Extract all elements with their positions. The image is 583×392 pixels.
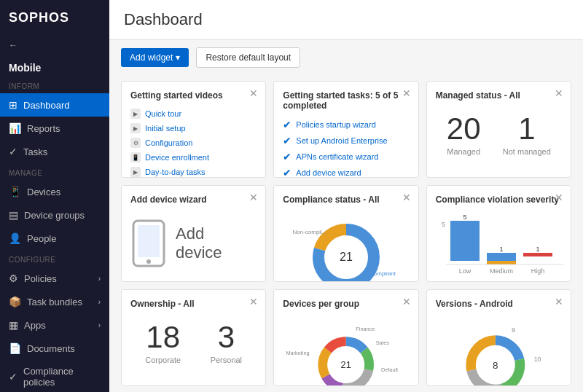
close-icon[interactable]: ✕ [402, 296, 411, 307]
devices-icon: 📱 [9, 186, 21, 197]
svg-text:Marketing: Marketing [286, 350, 310, 356]
bar-chart: 5 5 Low 1 Medium 1 High [436, 211, 562, 282]
svg-text:1: 1 [536, 246, 539, 253]
svg-text:Default: Default [381, 366, 398, 373]
check-icon: ✔ [283, 151, 292, 162]
sidebar-item-dashboard[interactable]: ⊞ Dashboard [0, 93, 109, 117]
svg-text:5: 5 [463, 213, 466, 221]
getting-started-videos-widget: Getting started videos ✕ ▶ Quick tour ▶ … [121, 81, 266, 178]
inform-section: INFORM [0, 77, 109, 93]
managed-status-widget: Managed status - All ✕ 20 Managed 1 Not … [426, 81, 571, 178]
add-widget-button[interactable]: Add widget ▾ [121, 48, 189, 67]
managed-count-item: 20 Managed [447, 114, 481, 156]
list-item[interactable]: ▶ Initial setup [130, 121, 257, 136]
ownership-widget: Ownership - All ✕ 18 Corporate 3 Persona… [121, 289, 266, 386]
svg-text:8: 8 [493, 360, 498, 371]
list-item[interactable]: ▶ Quick tour [130, 106, 257, 121]
device-groups-icon: ▤ [9, 209, 18, 221]
sidebar-item-task-bundles[interactable]: 📦 Task bundles › [0, 290, 109, 313]
not-managed-count-item: 1 Not managed [503, 114, 551, 156]
list-item[interactable]: ✔ Set up Android Enterprise [283, 133, 409, 149]
svg-text:1: 1 [499, 246, 503, 253]
widget-title: Versions - Android [436, 299, 562, 309]
video-icon: 📱 [130, 152, 141, 162]
videos-list: ▶ Quick tour ▶ Initial setup ⚙ Configura… [130, 106, 257, 178]
managed-label: Managed [447, 147, 481, 156]
dropdown-arrow-icon: ▾ [176, 52, 180, 63]
check-icon: ✔ [283, 135, 292, 146]
list-item[interactable]: ✔ Add device wizard [283, 165, 409, 178]
chevron-right-icon: › [98, 298, 101, 306]
configure-section: CONFIGURE [0, 250, 109, 267]
widget-title: Getting started videos [130, 90, 257, 101]
widget-title: Devices per group [283, 299, 409, 309]
close-icon[interactable]: ✕ [402, 87, 411, 99]
sidebar-item-reports[interactable]: 📊 Reports [0, 117, 109, 140]
sidebar-item-policies[interactable]: ⚙ Policies › [0, 267, 109, 290]
list-item[interactable]: ✔ Policies startup wizard [283, 117, 409, 133]
svg-text:21: 21 [341, 359, 351, 370]
close-icon[interactable]: ✕ [249, 296, 258, 307]
devices-group-chart: 21 Finance Sales Default Consulting Engi… [283, 315, 409, 386]
svg-text:Medium: Medium [490, 267, 513, 275]
restore-layout-button[interactable]: Restore default layout [196, 47, 300, 68]
svg-text:10: 10 [533, 356, 541, 363]
sidebar-item-documents[interactable]: 📄 Documents [0, 337, 109, 360]
close-icon[interactable]: ✕ [555, 87, 563, 99]
phone-icon [130, 218, 167, 269]
personal-item: 3 Personal [211, 322, 242, 364]
close-icon[interactable]: ✕ [555, 296, 563, 307]
page-header: Dashboard [109, 0, 583, 40]
corporate-item: 18 Corporate [145, 322, 181, 364]
corporate-label: Corporate [145, 356, 181, 364]
personal-count: 3 [211, 322, 242, 353]
svg-text:9: 9 [512, 326, 515, 334]
main-content: Dashboard Add widget ▾ Restore default l… [109, 0, 583, 392]
sidebar-item-devices[interactable]: 📱 Devices [0, 180, 109, 203]
compliance-status-widget: Compliance status - All ✕ 21 Non-compli.… [273, 185, 418, 282]
video-icon: ⚙ [130, 138, 141, 148]
widget-title: Compliance status - All [283, 195, 409, 205]
toolbar: Add widget ▾ Restore default layout [109, 40, 583, 75]
video-icon: ▶ [130, 123, 141, 133]
check-icon: ✔ [283, 167, 292, 178]
svg-text:Compliant: Compliant [369, 270, 396, 277]
list-item[interactable]: 📱 Device enrollment [130, 150, 257, 165]
svg-text:Low: Low [458, 267, 471, 275]
video-icon: ▶ [130, 167, 141, 177]
back-button[interactable] [0, 36, 109, 55]
logo: SOPHOS [0, 0, 109, 36]
add-device-content: Add device [130, 211, 257, 276]
sidebar-item-compliance-policies[interactable]: ✓ Compliance policies [0, 360, 109, 392]
add-device-widget: Add device wizard ✕ Add device [121, 185, 266, 282]
not-managed-label: Not managed [503, 147, 551, 156]
sidebar-item-device-groups[interactable]: ▤ Device groups [0, 203, 109, 227]
svg-text:5: 5 [442, 221, 445, 228]
close-icon[interactable]: ✕ [402, 192, 411, 203]
widget-title: Getting started tasks: 5 of 5 completed [283, 90, 409, 111]
tasks-icon: ✓ [9, 146, 17, 157]
svg-rect-1 [138, 225, 160, 257]
list-item[interactable]: ✔ APNs certificate wizard [283, 149, 409, 165]
not-managed-count: 1 [503, 114, 551, 144]
personal-label: Personal [211, 356, 242, 364]
close-icon[interactable]: ✕ [249, 87, 258, 99]
policies-icon: ⚙ [9, 273, 18, 284]
widget-title: Compliance violation severity [436, 195, 562, 205]
list-item[interactable]: ▶ Day-to-day tasks [130, 165, 257, 178]
tasks-list: ✔ Policies startup wizard ✔ Set up Andro… [283, 117, 409, 178]
video-icon: ▶ [130, 109, 141, 119]
chevron-right-icon: › [98, 321, 101, 329]
documents-icon: 📄 [9, 342, 21, 354]
sidebar-item-tasks[interactable]: ✓ Tasks [0, 140, 109, 163]
versions-chart: 8 9 10 11 12 [436, 315, 562, 386]
dashboard-icon: ⊞ [9, 99, 17, 111]
list-item[interactable]: ⚙ Configuration [130, 136, 257, 150]
close-icon[interactable]: ✕ [555, 192, 563, 203]
close-icon[interactable]: ✕ [249, 192, 258, 203]
svg-rect-13 [487, 261, 516, 264]
page-title: Dashboard [124, 10, 568, 29]
sidebar-item-apps[interactable]: ▦ Apps › [0, 313, 109, 337]
svg-text:Sales: Sales [376, 340, 390, 346]
sidebar-item-people[interactable]: 👤 People [0, 227, 109, 250]
